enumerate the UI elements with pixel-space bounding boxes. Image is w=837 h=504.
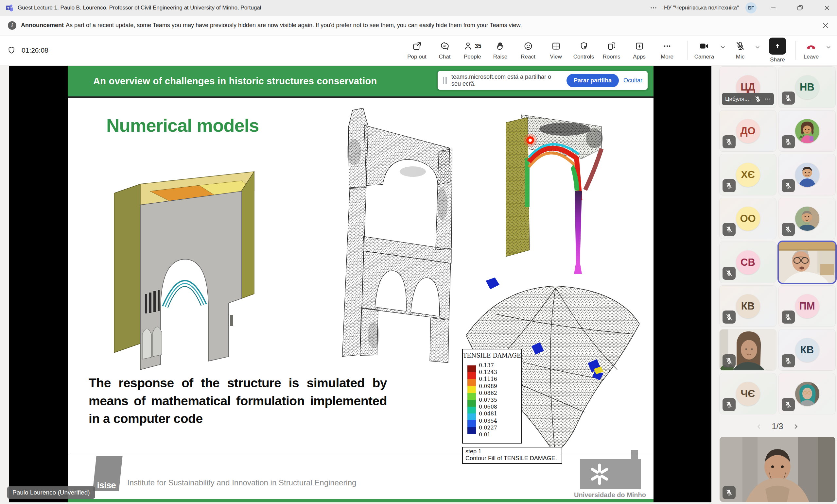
mic-off-badge <box>723 135 736 148</box>
participant-tile[interactable] <box>779 154 835 195</box>
active-speaker-tile[interactable] <box>779 242 835 283</box>
mic-off-badge <box>723 354 736 367</box>
participant-initials-avatar: ЧЄ <box>736 382 760 406</box>
leave-options-chevron[interactable] <box>823 42 834 52</box>
participant-initials-avatar: НВ <box>795 75 819 99</box>
react-button[interactable]: React <box>514 37 542 64</box>
legend-values: 0.1370.1243 0.11160.0989 0.08620.0735 0.… <box>479 362 497 438</box>
participant-tile[interactable] <box>779 111 835 151</box>
view-button[interactable]: View <box>542 37 570 64</box>
drag-handle-icon[interactable] <box>443 77 447 84</box>
rooms-button[interactable]: Rooms <box>598 37 625 64</box>
announcement-label: Announcement <box>21 22 64 29</box>
self-view-tile[interactable] <box>719 437 835 502</box>
share-icon <box>769 38 786 55</box>
chat-button[interactable]: Chat <box>431 37 459 64</box>
titlebar-more-icon[interactable] <box>649 4 657 12</box>
view-grid-icon <box>551 40 561 52</box>
tile-more-icon[interactable] <box>764 96 771 102</box>
apps-button[interactable]: Apps <box>625 37 653 64</box>
participant-tile[interactable]: СВ <box>719 242 776 283</box>
page-previous-chevron[interactable] <box>755 423 763 430</box>
participant-name-overlay: Цибуля... <box>722 93 774 105</box>
minimize-button[interactable] <box>763 0 783 16</box>
institute-footer-text: Institute for Sustainability and Innovat… <box>127 478 356 487</box>
shield-icon <box>7 46 16 55</box>
presenter-name-label: Paulo Lourenco (Unverified) <box>7 486 95 499</box>
controls-shield-gear-icon <box>579 40 589 52</box>
leave-button[interactable]: Leave <box>800 37 823 64</box>
mic-button[interactable]: Mic <box>729 37 752 64</box>
camera-options-chevron[interactable] <box>717 42 729 52</box>
participant-initials-avatar: ХЄ <box>736 163 760 187</box>
participant-initials-avatar: ДО <box>736 119 760 143</box>
pop-out-button[interactable]: Pop out <box>403 37 431 64</box>
camera-icon <box>699 40 710 52</box>
participant-initials-avatar: ПМ <box>795 294 819 318</box>
legend-title: TENSILE DAMAGE <box>463 349 521 359</box>
controls-button[interactable]: Controls <box>570 37 598 64</box>
mic-off-badge <box>782 354 795 367</box>
apps-plus-icon <box>635 40 644 52</box>
raise-hand-icon <box>496 40 505 52</box>
pop-out-icon <box>412 40 422 52</box>
participant-tile[interactable]: ПМ <box>779 286 835 326</box>
account-avatar[interactable]: БГ <box>745 2 756 13</box>
participant-tile[interactable]: ХЄ <box>719 154 776 195</box>
participant-initials-avatar: СВ <box>736 250 760 275</box>
participant-initials-avatar: КВ <box>795 338 819 362</box>
announcement-close-icon[interactable] <box>822 22 829 29</box>
mic-off-badge <box>723 267 736 280</box>
fem-stress-arch-image <box>496 109 615 279</box>
share-banner-text: teams.microsoft.com está a partilhar o s… <box>451 74 562 87</box>
meeting-timer: 01:26:08 <box>7 36 49 65</box>
mic-off-badge <box>782 92 795 105</box>
raise-hand-button[interactable]: Raise <box>486 37 514 64</box>
mic-off-badge <box>782 398 795 411</box>
uminho-logo <box>580 459 641 489</box>
participant-tile[interactable]: ЦД Цибуля... <box>719 67 776 108</box>
mic-off-badge <box>782 179 795 192</box>
participant-tile[interactable]: КВ <box>719 286 776 326</box>
gallery-pagination: 1/3 <box>719 422 835 431</box>
more-button[interactable]: More <box>653 37 681 64</box>
participant-video-tile[interactable] <box>719 330 776 370</box>
participant-tile[interactable]: ДО <box>719 111 776 151</box>
restore-button[interactable] <box>790 0 810 16</box>
slide-footer-divider <box>70 453 652 453</box>
share-button[interactable]: Share <box>763 37 791 64</box>
announcement-banner: i Announcement As part of a recent updat… <box>0 16 837 35</box>
stop-sharing-button[interactable]: Parar partilha <box>567 74 619 87</box>
window-title: Guest Lecture 1. Paulo B. Lourenco, Prof… <box>18 4 261 11</box>
isise-logo: isise <box>92 456 122 491</box>
hide-banner-link[interactable]: Ocultar <box>623 77 642 84</box>
page-next-chevron[interactable] <box>792 423 799 430</box>
toolbar-divider <box>796 41 796 60</box>
people-button[interactable]: 35 People <box>459 37 486 64</box>
plot-caption: step 1 Contour Fill of TENSILE DAMAGE. <box>462 447 562 464</box>
rooms-icon <box>607 40 617 52</box>
camera-button[interactable]: Camera <box>692 37 717 64</box>
chat-icon <box>440 40 450 52</box>
react-smiley-icon <box>523 40 533 52</box>
mic-options-chevron[interactable] <box>752 42 763 52</box>
participant-name: Цибуля... <box>725 96 752 102</box>
mic-off-badge <box>723 398 736 411</box>
participant-initials-avatar: КВ <box>736 294 760 318</box>
announcement-text: As part of a recent update, some Teams y… <box>66 22 522 29</box>
window-titlebar: Guest Lecture 1. Paulo B. Lourenco, Prof… <box>0 0 837 16</box>
participant-tile[interactable]: ОО <box>719 198 776 239</box>
active-speaker-video <box>779 242 835 283</box>
slide-body-text: The response of the structure is simulat… <box>89 374 387 428</box>
organization-name[interactable]: НУ "Чернігівська політехніка" <box>664 4 739 11</box>
participant-tile[interactable] <box>779 198 835 239</box>
participant-tile[interactable]: ЧЄ <box>719 373 776 414</box>
close-window-button[interactable] <box>817 0 837 16</box>
mic-off-badge <box>723 179 736 192</box>
participant-tile[interactable] <box>779 373 835 414</box>
more-dots-icon <box>662 40 672 52</box>
participant-tile[interactable]: КВ <box>779 330 835 370</box>
presentation-slide: An overview of challenges in historic st… <box>68 66 654 502</box>
participant-tile[interactable]: НВ <box>779 67 835 108</box>
shared-screen-stage: An overview of challenges in historic st… <box>9 66 711 502</box>
